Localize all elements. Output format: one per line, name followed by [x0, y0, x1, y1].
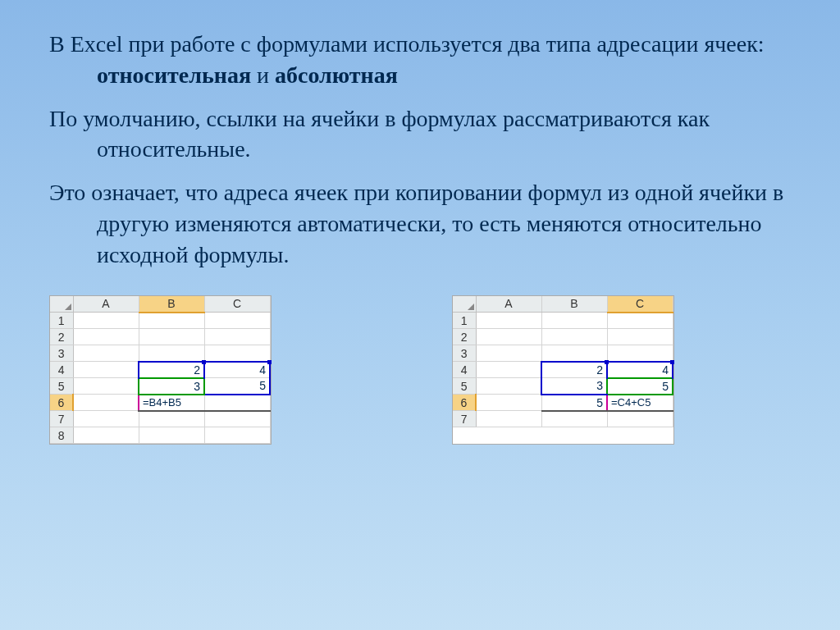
col-header-b[interactable]: B [139, 296, 204, 313]
cell[interactable] [541, 313, 607, 329]
paragraph-3: Это означает, что адреса ячеек при копир… [49, 177, 791, 270]
cell[interactable] [476, 395, 541, 411]
cell[interactable] [139, 329, 204, 345]
p1-text-a: В Excel при работе с формулами используе… [49, 31, 765, 57]
col-header-a[interactable]: A [476, 296, 541, 313]
col-header-b[interactable]: B [541, 296, 607, 313]
cell[interactable] [541, 345, 607, 362]
row-header-6[interactable]: 6 [453, 395, 476, 411]
cell[interactable] [476, 378, 541, 395]
row-header-6[interactable]: 6 [50, 395, 73, 411]
cell[interactable] [73, 329, 139, 345]
col-header-c[interactable]: C [204, 296, 270, 313]
cell[interactable] [204, 427, 270, 444]
p1-mid: и [251, 62, 275, 88]
cell[interactable] [73, 362, 139, 378]
cell[interactable] [73, 313, 139, 329]
row-header-3[interactable]: 3 [50, 345, 73, 362]
cell[interactable] [607, 329, 673, 345]
cell[interactable] [476, 362, 541, 378]
cell[interactable] [204, 395, 270, 411]
cell-b6[interactable]: 5 [541, 395, 607, 411]
tables-container: A B C 1 2 3 [49, 295, 791, 445]
select-all-corner[interactable] [50, 296, 73, 313]
cell-c4[interactable]: 4 [607, 362, 673, 378]
cell[interactable] [139, 411, 204, 427]
row-header-5[interactable]: 5 [453, 378, 476, 395]
cell-b4[interactable]: 2 [541, 362, 607, 378]
cell[interactable] [139, 313, 204, 329]
col-header-c[interactable]: C [607, 296, 673, 313]
select-all-corner[interactable] [453, 296, 476, 313]
cell[interactable] [607, 345, 673, 362]
p1-bold-2: абсолютная [275, 62, 398, 88]
cell-b5[interactable]: 3 [139, 378, 204, 395]
cell[interactable] [73, 345, 139, 362]
row-header-1[interactable]: 1 [50, 313, 73, 329]
cell[interactable] [139, 345, 204, 362]
cell[interactable] [73, 411, 139, 427]
cell-b4[interactable]: 2 [139, 362, 204, 378]
cell-b6-formula[interactable]: =B4+B5 [139, 395, 204, 411]
p1-bold-1: относительная [97, 62, 251, 88]
cell-b5[interactable]: 3 [541, 378, 607, 395]
cell[interactable] [204, 329, 270, 345]
cell[interactable] [607, 411, 673, 427]
cell[interactable] [476, 345, 541, 362]
row-header-2[interactable]: 2 [453, 329, 476, 345]
cell[interactable] [607, 313, 673, 329]
cell[interactable] [204, 411, 270, 427]
row-header-7[interactable]: 7 [50, 411, 73, 427]
row-header-2[interactable]: 2 [50, 329, 73, 345]
paragraph-1: В Excel при работе с формулами используе… [49, 29, 791, 91]
cell[interactable] [73, 427, 139, 444]
row-header-3[interactable]: 3 [453, 345, 476, 362]
paragraph-2: По умолчанию, ссылки на ячейки в формула… [49, 103, 791, 166]
excel-sheet-1: A B C 1 2 3 [49, 295, 272, 445]
cell[interactable] [73, 395, 139, 411]
cell[interactable] [541, 411, 607, 427]
cell[interactable] [204, 313, 270, 329]
cell-c6-formula[interactable]: =C4+C5 [607, 395, 673, 411]
row-header-5[interactable]: 5 [50, 378, 73, 395]
cell[interactable] [476, 329, 541, 345]
cell-c5[interactable]: 5 [204, 378, 270, 395]
cell[interactable] [476, 313, 541, 329]
cell[interactable] [139, 427, 204, 444]
row-header-1[interactable]: 1 [453, 313, 476, 329]
row-header-4[interactable]: 4 [453, 362, 476, 378]
cell[interactable] [204, 345, 270, 362]
excel-sheet-2: A B C 1 2 3 [452, 295, 674, 445]
row-header-7[interactable]: 7 [453, 411, 476, 427]
row-header-8[interactable]: 8 [50, 427, 73, 444]
cell-c5[interactable]: 5 [607, 378, 673, 395]
cell[interactable] [541, 329, 607, 345]
slide: В Excel при работе с формулами используе… [0, 0, 840, 461]
cell[interactable] [476, 411, 541, 427]
cell[interactable] [73, 378, 139, 395]
cell-c4[interactable]: 4 [204, 362, 270, 378]
col-header-a[interactable]: A [73, 296, 139, 313]
row-header-4[interactable]: 4 [50, 362, 73, 378]
